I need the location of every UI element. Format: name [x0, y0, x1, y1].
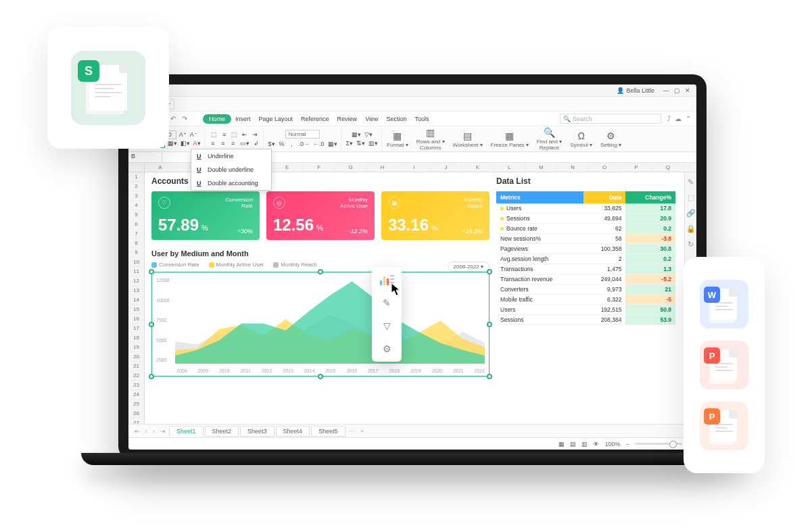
- font-color-icon[interactable]: A▾: [193, 139, 201, 148]
- decrease-font-icon[interactable]: A⁻: [189, 130, 198, 139]
- sheet-tab-sheet2[interactable]: Sheet2: [205, 426, 239, 437]
- col-Q[interactable]: Q: [652, 163, 684, 172]
- user-chip[interactable]: 👤 Bella Little: [617, 87, 654, 94]
- freeze-button[interactable]: ▦Freeze Panes ▾: [487, 128, 532, 150]
- gear-icon[interactable]: ⚙: [379, 341, 394, 356]
- double-underline-option[interactable]: UDouble underline: [191, 163, 271, 176]
- indent-inc-icon[interactable]: ⇥: [251, 130, 259, 139]
- row-16[interactable]: 16: [128, 314, 144, 324]
- row-21[interactable]: 21: [128, 362, 144, 371]
- row-13[interactable]: 13: [128, 286, 144, 295]
- row-2[interactable]: 2: [128, 182, 144, 191]
- name-box[interactable]: B: [128, 152, 162, 162]
- menu-view[interactable]: View: [361, 114, 382, 124]
- row-19[interactable]: 19: [128, 343, 144, 352]
- share-icon[interactable]: ⤴: [667, 115, 671, 122]
- search-input[interactable]: 🔍 Search: [560, 114, 661, 124]
- view-normal-icon[interactable]: ▦: [558, 441, 565, 448]
- col-M[interactable]: M: [525, 163, 557, 172]
- row-26[interactable]: 26: [128, 409, 144, 418]
- date-range-select[interactable]: 2008-2022 ▾: [448, 262, 489, 272]
- funnel-icon[interactable]: ▽: [379, 318, 394, 333]
- resize-handle[interactable]: [149, 269, 154, 274]
- col-P[interactable]: P: [621, 163, 652, 172]
- sheet-tab-sheet3[interactable]: Sheet3: [240, 426, 274, 437]
- col-J[interactable]: J: [430, 163, 462, 172]
- edit-icon[interactable]: ✎: [688, 178, 694, 187]
- tab-nav-first[interactable]: ⇤: [133, 428, 142, 435]
- row-15[interactable]: 15: [128, 305, 144, 314]
- comma-icon[interactable]: ,: [288, 140, 296, 149]
- menu-section[interactable]: Section: [382, 114, 410, 124]
- menu-tools[interactable]: Tools: [411, 114, 433, 124]
- align-center-icon[interactable]: ≡: [219, 139, 227, 148]
- sort-icon[interactable]: ⇅▾: [356, 139, 366, 148]
- add-sheet-button[interactable]: +: [358, 428, 366, 435]
- fill-color-icon[interactable]: ◧▾: [180, 139, 191, 148]
- style-select[interactable]: Normal: [285, 130, 320, 139]
- col-L[interactable]: L: [494, 163, 525, 172]
- row-10[interactable]: 10: [128, 258, 144, 267]
- col-F[interactable]: F: [304, 163, 335, 172]
- select-icon[interactable]: ⬚: [688, 193, 694, 202]
- row-23[interactable]: 23: [128, 381, 144, 390]
- zoom-slider[interactable]: [635, 443, 682, 445]
- wrap-icon[interactable]: ↲: [252, 139, 260, 148]
- sum-icon[interactable]: Σ▾: [345, 139, 354, 148]
- cloud-icon[interactable]: ☁: [675, 115, 682, 122]
- cond-format-icon[interactable]: ▦▾: [327, 140, 338, 149]
- menu-home[interactable]: Home: [203, 114, 231, 124]
- redo-icon[interactable]: ↷: [180, 114, 189, 124]
- table-icon[interactable]: ▦▾: [351, 130, 362, 139]
- row-14[interactable]: 14: [128, 295, 144, 305]
- row-9[interactable]: 9: [128, 248, 144, 258]
- resize-handle[interactable]: [487, 269, 492, 274]
- lock-icon[interactable]: 🔒: [686, 224, 696, 233]
- row-17[interactable]: 17: [128, 324, 144, 333]
- double-accounting-option[interactable]: UDouble accounting: [191, 176, 271, 190]
- sheet-tab-sheet4[interactable]: Sheet4: [276, 426, 310, 437]
- tab-nav-last[interactable]: ⇥: [158, 428, 168, 435]
- sheet-tab-sheet1[interactable]: Sheet1: [169, 426, 204, 437]
- worksheet-button[interactable]: ▤Worksheet ▾: [450, 128, 486, 150]
- row-3[interactable]: 3: [128, 191, 144, 201]
- row-24[interactable]: 24: [128, 390, 144, 400]
- format-button[interactable]: ▦Format ▾: [383, 128, 412, 150]
- col-H[interactable]: H: [367, 163, 399, 172]
- row-12[interactable]: 12: [128, 276, 144, 286]
- row-8[interactable]: 8: [128, 239, 144, 248]
- resize-handle[interactable]: [149, 322, 154, 327]
- dec-dec-icon[interactable]: ←.0: [312, 140, 325, 149]
- col-K[interactable]: K: [462, 163, 494, 172]
- indent-dec-icon[interactable]: ⇤: [241, 130, 249, 139]
- percent-icon[interactable]: %: [278, 140, 286, 149]
- sheet-tab-sheet5[interactable]: Sheet5: [311, 426, 345, 437]
- resize-handle[interactable]: [487, 374, 492, 379]
- align-bottom-icon[interactable]: ⬚: [231, 130, 239, 139]
- align-top-icon[interactable]: ⬚: [210, 130, 218, 139]
- history-icon[interactable]: ↻: [688, 240, 694, 249]
- view-page-icon[interactable]: ▥: [581, 441, 588, 448]
- row-5[interactable]: 5: [128, 210, 144, 220]
- row-1[interactable]: 1: [128, 172, 144, 182]
- menu-page-layout[interactable]: Page Layout: [255, 114, 297, 124]
- zoom-out-button[interactable]: −: [625, 441, 629, 448]
- row-4[interactable]: 4: [128, 201, 144, 210]
- view-eye-icon[interactable]: 👁: [593, 441, 599, 448]
- find-button[interactable]: 🔍Find and ▾ Replace: [533, 128, 565, 150]
- row-6[interactable]: 6: [128, 220, 144, 229]
- row-25[interactable]: 25: [128, 400, 144, 409]
- minimize-button[interactable]: —: [663, 87, 669, 94]
- chart-object[interactable]: 1250010000750050002500 20082009201020112…: [151, 272, 489, 377]
- maximize-button[interactable]: ▢: [673, 87, 680, 94]
- underline-option[interactable]: UUnderline: [191, 149, 271, 163]
- col-I[interactable]: I: [399, 163, 431, 172]
- view-layout-icon[interactable]: ▤: [570, 441, 576, 448]
- row-27[interactable]: 27: [128, 418, 144, 424]
- align-middle-icon[interactable]: ≡: [220, 130, 229, 139]
- border-icon[interactable]: ▦▾: [167, 139, 178, 148]
- menu-review[interactable]: Review: [333, 114, 362, 124]
- menu-reference[interactable]: Reference: [297, 114, 333, 124]
- more-tabs-icon[interactable]: ⋯: [347, 428, 357, 435]
- undo-icon[interactable]: ↶: [168, 114, 178, 124]
